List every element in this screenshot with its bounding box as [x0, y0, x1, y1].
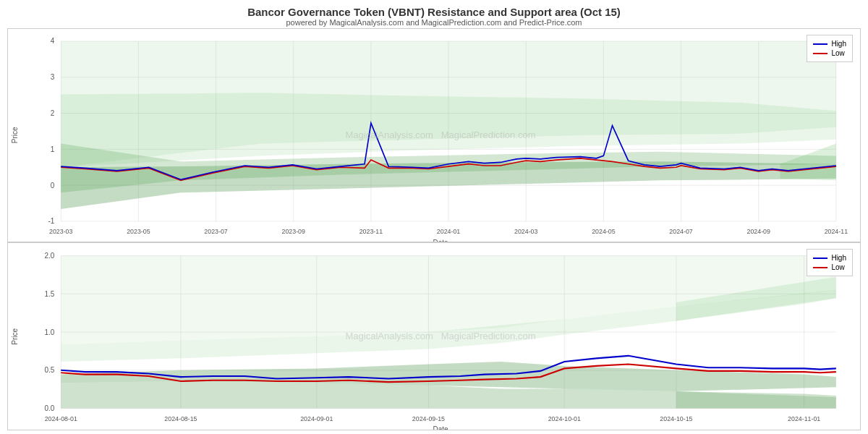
svg-text:1: 1 [51, 145, 55, 153]
bottom-y-axis-label: Price [8, 243, 21, 430]
bottom-chart: Price MagicalAnalysis.com MagicalPredict… [7, 242, 861, 430]
header: Bancor Governance Token (VBNT) Resistanc… [7, 6, 861, 27]
svg-text:2023-09: 2023-09 [282, 228, 305, 235]
svg-text:0: 0 [51, 181, 55, 189]
svg-text:2023-07: 2023-07 [204, 228, 227, 235]
svg-text:2024-11: 2024-11 [825, 228, 848, 235]
bottom-chart-svg: 2.0 1.5 1.0 0.5 0.0 2024-08-01 [21, 243, 860, 430]
svg-text:4: 4 [51, 37, 55, 45]
svg-text:2.0: 2.0 [45, 252, 55, 260]
svg-text:2023-05: 2023-05 [127, 228, 150, 235]
top-legend: High Low [807, 35, 853, 62]
top-chart-area: MagicalAnalysis.com MagicalPrediction.co… [21, 29, 860, 242]
svg-text:2: 2 [51, 109, 55, 117]
low-legend-line [813, 53, 827, 54]
svg-text:3: 3 [51, 73, 55, 81]
svg-text:0.5: 0.5 [45, 366, 55, 374]
svg-text:2024-08-15: 2024-08-15 [164, 415, 197, 422]
low-legend-label: Low [831, 49, 844, 57]
svg-text:2024-09-15: 2024-09-15 [412, 415, 445, 422]
svg-text:2024-07: 2024-07 [669, 228, 692, 235]
svg-text:2024-01: 2024-01 [437, 228, 460, 235]
bottom-legend: High Low [807, 249, 853, 276]
svg-text:2024-10-15: 2024-10-15 [660, 415, 692, 422]
svg-text:2024-08-01: 2024-08-01 [45, 415, 77, 422]
svg-text:2024-09-01: 2024-09-01 [300, 415, 333, 422]
svg-text:2024-10-01: 2024-10-01 [548, 415, 581, 422]
svg-text:2023-03: 2023-03 [49, 228, 72, 235]
svg-text:2024-11-01: 2024-11-01 [788, 415, 820, 422]
low-legend-item: Low [813, 49, 846, 57]
high-legend-item: High [813, 40, 846, 48]
subtitle: powered by MagicalAnalysis.com and Magic… [7, 18, 861, 27]
top-y-axis-label: Price [8, 29, 21, 242]
svg-text:0.0: 0.0 [45, 404, 55, 412]
bottom-high-legend-line [813, 258, 827, 259]
svg-text:1.0: 1.0 [45, 328, 55, 336]
high-legend-line [813, 43, 827, 45]
main-title: Bancor Governance Token (VBNT) Resistanc… [7, 6, 861, 18]
high-legend-label: High [831, 40, 846, 48]
top-chart-svg: 4 3 2 1 0 -1 [21, 29, 860, 242]
svg-text:2024-05: 2024-05 [592, 228, 615, 235]
bottom-chart-area: MagicalAnalysis.com MagicalPrediction.co… [21, 243, 860, 430]
svg-text:2024-09: 2024-09 [746, 228, 770, 235]
bottom-high-legend-label: High [831, 254, 846, 262]
svg-text:-1: -1 [48, 217, 55, 225]
svg-text:2024-03: 2024-03 [514, 228, 537, 235]
bottom-low-legend-item: Low [813, 263, 846, 271]
bottom-low-legend-label: Low [831, 263, 844, 271]
bottom-high-legend-item: High [813, 254, 846, 262]
charts-wrapper: Price MagicalAnalysis.com MagicalPredict… [7, 28, 861, 430]
svg-text:2023-11: 2023-11 [359, 228, 383, 235]
svg-text:1.5: 1.5 [45, 290, 55, 298]
top-chart: Price MagicalAnalysis.com MagicalPredict… [7, 28, 861, 242]
bottom-low-legend-line [813, 267, 827, 268]
page-container: Bancor Governance Token (VBNT) Resistanc… [0, 0, 868, 434]
